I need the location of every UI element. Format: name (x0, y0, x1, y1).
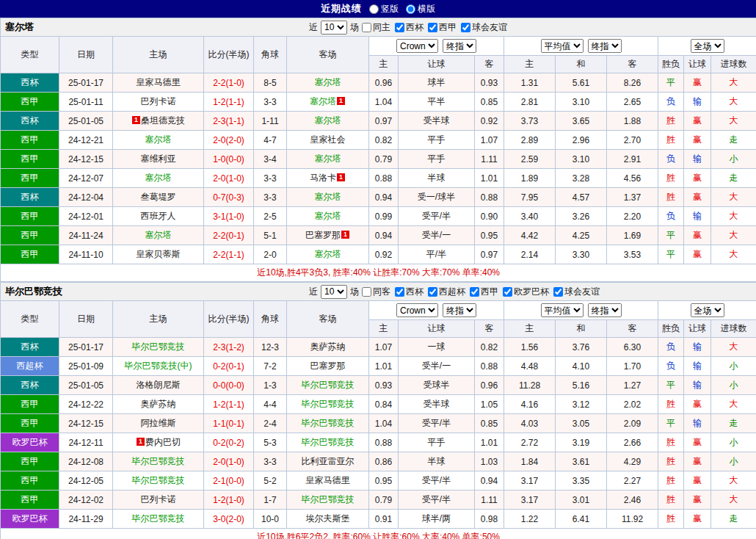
score-halftime: 1-2(1-0) (204, 491, 254, 510)
corner-score: 4-4 (254, 395, 287, 414)
team-name: 巴塞罗那 (310, 361, 346, 371)
match-date: 25-01-05 (59, 112, 113, 131)
euro-source-select[interactable]: 平均值 (541, 303, 584, 317)
filter-checkbox-input[interactable] (395, 287, 404, 297)
asian-handicap: 球半/两 (399, 510, 475, 529)
competition-badge: 欧罗巴杯 (1, 433, 59, 452)
filter-checkbox-欧罗巴杯[interactable]: 欧罗巴杯 (503, 286, 549, 298)
scope-select[interactable]: 全场 (691, 303, 724, 317)
asian-bookmaker-select[interactable]: Crown (396, 303, 438, 317)
handicap-result: 赢 (684, 131, 711, 150)
team-name: 桑坦德竞技 (141, 115, 185, 126)
filter-checkbox-input[interactable] (461, 23, 470, 32)
home-team-cell: 毕尔巴鄂竞技 (113, 338, 204, 357)
asian-bookmaker-select[interactable]: Crown (396, 39, 438, 53)
euro-away-odds: 6.30 (607, 338, 658, 357)
away-team-cell: 塞尔塔 (287, 150, 369, 169)
filter-checkbox-球会友谊[interactable]: 球会友谊 (461, 21, 507, 34)
filter-checkbox-input[interactable] (362, 287, 371, 297)
away-team-cell: 巴塞罗那 (287, 357, 369, 376)
layout-radio-horizontal[interactable]: 横版 (406, 3, 435, 15)
layout-radio-vertical[interactable]: 竖版 (369, 3, 399, 15)
recent-label: 近 (309, 21, 318, 34)
goals-result: 大 (711, 207, 756, 226)
col-header-corner: 角球 (254, 37, 287, 73)
filter-checkbox-西甲[interactable]: 西甲 (428, 21, 457, 34)
goals-result: 大 (711, 73, 756, 93)
score-halftime: 2-3(1-2) (204, 338, 254, 357)
section-team-name: 毕尔巴鄂竞技 (1, 285, 309, 298)
match-date: 24-12-04 (59, 188, 113, 207)
match-result: 负 (658, 338, 684, 357)
home-team-cell: 毕尔巴鄂竞技 (113, 452, 204, 471)
col-header-date: 日期 (59, 37, 113, 73)
filter-checkbox-input[interactable] (428, 287, 437, 297)
match-result: 平 (658, 245, 684, 264)
recent-count-select[interactable]: 10 (321, 285, 347, 299)
asian-handicap: 受平/半 (399, 207, 475, 226)
away-team-cell: 埃尔夫斯堡 (287, 510, 369, 529)
match-date: 24-11-29 (59, 510, 113, 529)
score-halftime: 3-0(2-0) (204, 510, 254, 529)
recent-count-select[interactable]: 10 (321, 21, 347, 35)
asian-time-select[interactable]: 终指 (443, 39, 476, 53)
corner-score: 5-2 (254, 471, 287, 491)
competition-badge: 西甲 (1, 131, 59, 150)
team-name: 皇家马德里 (137, 77, 181, 87)
asian-time-select[interactable]: 终指 (443, 303, 476, 317)
filter-checkbox-input[interactable] (553, 287, 563, 297)
match-date: 25-01-09 (59, 357, 113, 376)
euro-draw-odds: 3.10 (556, 150, 607, 169)
asian-home-odds: 0.86 (369, 452, 399, 471)
scope-controls: 全场 (658, 301, 756, 320)
filter-checkbox-input[interactable] (428, 23, 437, 32)
goals-result: 小 (711, 376, 756, 395)
home-team-cell: 洛格朗尼斯 (113, 376, 204, 395)
match-date: 25-01-11 (59, 93, 113, 112)
euro-draw-odds: 3.26 (556, 207, 607, 226)
filter-checkbox-球会友谊[interactable]: 球会友谊 (553, 286, 600, 298)
match-row: 西甲24-12-07塞尔塔2-0(1-0)3-3马洛卡10.88半球1.011.… (1, 169, 756, 188)
scope-select[interactable]: 全场 (691, 39, 724, 53)
filter-checkbox-同客[interactable]: 同客 (362, 286, 390, 298)
filter-checkbox-input[interactable] (470, 287, 479, 297)
corner-score: 10-0 (254, 510, 287, 529)
euro-time-select[interactable]: 终指 (588, 303, 622, 317)
euro-source-select[interactable]: 平均值 (541, 39, 584, 53)
asian-handicap: 平手 (399, 433, 475, 452)
match-result: 负 (658, 150, 684, 169)
asian-away-odds: 0.96 (475, 376, 504, 395)
handicap-result: 输 (684, 150, 711, 169)
filter-checkbox-西超杯[interactable]: 西超杯 (428, 286, 465, 298)
filter-checkbox-input[interactable] (503, 287, 512, 297)
away-team-cell: 毕尔巴鄂竞技 (287, 395, 369, 414)
corner-score: 4-7 (254, 131, 287, 150)
euro-away-odds: 2.09 (607, 414, 658, 433)
euro-away-odds: 3.53 (607, 245, 658, 264)
filter-checkbox-西杯[interactable]: 西杯 (395, 286, 424, 298)
filter-checkbox-同主[interactable]: 同主 (362, 21, 390, 34)
euro-away-odds: 1.70 (607, 357, 658, 376)
euro-home-odds: 2.89 (504, 131, 556, 150)
corner-score: 5-3 (254, 433, 287, 452)
asian-home-odds: 0.99 (369, 207, 399, 226)
competition-badge: 西杯 (1, 188, 59, 207)
euro-home-odds: 3.40 (504, 207, 556, 226)
filter-checkbox-input[interactable] (362, 23, 371, 32)
match-row: 西甲24-12-15阿拉维斯1-1(0-1)2-4毕尔巴鄂竞技1.04受平/半0… (1, 414, 756, 433)
asian-away-odds: 0.82 (475, 338, 504, 357)
vertical-layout-radio[interactable] (369, 4, 379, 14)
match-result: 胜 (658, 491, 684, 510)
match-row: 欧罗巴杯24-11-29毕尔巴鄂竞技3-0(2-0)10-0埃尔夫斯堡0.91球… (1, 510, 756, 529)
goals-result: 小 (711, 150, 756, 169)
filter-checkbox-input[interactable] (395, 23, 404, 32)
asian-handicap: 一球 (399, 338, 475, 357)
asian-away-odds: 0.93 (475, 73, 504, 93)
corner-score: 3-3 (254, 169, 287, 188)
filter-checkbox-西甲[interactable]: 西甲 (470, 286, 498, 298)
horizontal-layout-radio[interactable] (406, 4, 415, 14)
euro-time-select[interactable]: 终指 (588, 39, 622, 53)
col-header-handicap-result: 让球 (684, 56, 711, 73)
filter-checkbox-西杯[interactable]: 西杯 (395, 21, 424, 34)
competition-badge: 西甲 (1, 471, 59, 491)
